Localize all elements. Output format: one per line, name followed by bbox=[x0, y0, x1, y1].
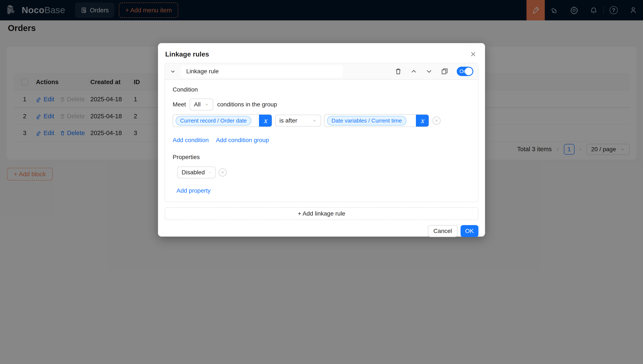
variable-picker-button[interactable]: x bbox=[259, 115, 272, 126]
properties-section-label: Properties bbox=[173, 154, 470, 160]
modal-footer: Cancel OK bbox=[165, 225, 478, 237]
remove-condition-button[interactable]: × bbox=[433, 116, 441, 125]
variable-picker-button[interactable]: x bbox=[416, 115, 429, 126]
condition-row: Current record / Order date x is after D… bbox=[173, 114, 470, 127]
chevron-down-icon bbox=[426, 68, 433, 75]
add-condition-link[interactable]: Add condition bbox=[173, 137, 209, 144]
condition-logic-row: Meet All conditions in the group bbox=[173, 98, 470, 110]
move-up-button[interactable] bbox=[410, 68, 417, 75]
toggle-knob bbox=[465, 68, 473, 75]
add-linkage-rule-button[interactable]: + Add linkage rule bbox=[165, 207, 478, 220]
trash-icon bbox=[395, 68, 402, 75]
linkage-rule-panel-header: On bbox=[165, 63, 478, 80]
property-row: Disabled × bbox=[177, 166, 470, 178]
meet-suffix: conditions in the group bbox=[217, 101, 277, 108]
meet-prefix: Meet bbox=[173, 101, 186, 108]
close-icon[interactable]: × bbox=[468, 49, 479, 60]
variable-tag[interactable]: Date variables / Current time bbox=[327, 116, 406, 126]
linkage-rules-modal: Linkage rules × On bbox=[158, 43, 485, 236]
variable-tag[interactable]: Current record / Order date bbox=[176, 116, 251, 126]
remove-property-button[interactable]: × bbox=[219, 168, 227, 176]
operator-select[interactable]: is after bbox=[275, 115, 321, 126]
linkage-rule-panel: On Condition Meet All conditions in the … bbox=[165, 63, 478, 202]
right-variable-input[interactable]: Date variables / Current time x bbox=[324, 114, 429, 127]
condition-section-label: Condition bbox=[173, 86, 470, 93]
chevron-down-icon bbox=[204, 102, 209, 107]
modal-title: Linkage rules bbox=[165, 50, 478, 58]
chevron-down-icon bbox=[208, 170, 211, 175]
property-select[interactable]: Disabled bbox=[177, 166, 216, 178]
rule-enabled-toggle[interactable]: On bbox=[457, 67, 473, 76]
delete-rule-button[interactable] bbox=[395, 68, 402, 75]
add-condition-group-link[interactable]: Add condition group bbox=[216, 137, 269, 144]
chevron-down-icon bbox=[312, 118, 317, 123]
add-property-link[interactable]: Add property bbox=[176, 187, 470, 194]
condition-actions: Add condition Add condition group bbox=[173, 137, 470, 144]
logic-select[interactable]: All bbox=[190, 98, 213, 110]
rule-name-input[interactable] bbox=[181, 66, 343, 77]
move-down-button[interactable] bbox=[426, 68, 433, 75]
chevron-down-icon[interactable] bbox=[170, 68, 176, 74]
chevron-up-icon bbox=[410, 68, 417, 75]
linkage-rule-panel-body: Condition Meet All conditions in the gro… bbox=[165, 80, 478, 202]
copy-icon bbox=[441, 68, 448, 75]
left-variable-input[interactable]: Current record / Order date x bbox=[173, 114, 272, 127]
cancel-button[interactable]: Cancel bbox=[428, 225, 457, 237]
duplicate-rule-button[interactable] bbox=[441, 68, 448, 75]
ok-button[interactable]: OK bbox=[461, 225, 478, 237]
